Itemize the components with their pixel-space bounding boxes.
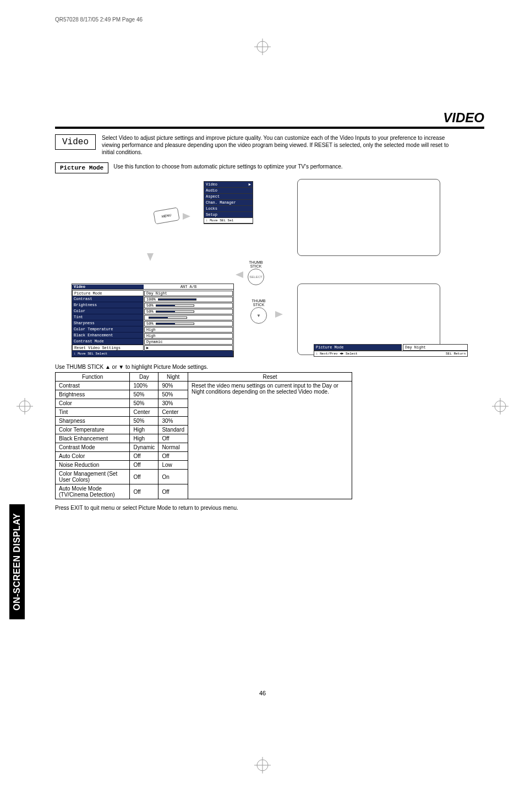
osd-picture-mode-strip: Picture Mode Day Night ↕ Next/Prev ◄► Se…	[314, 344, 468, 357]
table-cell: Low	[158, 461, 188, 470]
video-box-label: Video	[55, 134, 96, 150]
osd-setting-value	[144, 315, 233, 320]
table-cell: Color	[56, 399, 130, 408]
osd-setting-value: 100%	[144, 297, 233, 302]
page-reference: QR57028 8/17/05 2:49 PM Page 46	[55, 17, 143, 23]
thumb-stick-down-icon: THUMB STICK	[250, 299, 267, 324]
osd-setting-label: Contrast Mode	[72, 339, 144, 345]
table-cell: Contrast Mode	[56, 443, 130, 452]
table-cell: Off	[158, 434, 188, 443]
table-cell: 90%	[158, 382, 188, 390]
table-cell: Color Management (Set User Colors)	[56, 470, 130, 484]
crop-mark-right	[492, 398, 508, 415]
table-cell: 50%	[130, 399, 158, 408]
table-cell: Off	[130, 452, 158, 461]
table-cell: Brightness	[56, 390, 130, 399]
table-cell: 50%	[130, 417, 158, 426]
thumb-stick-icon: THUMB STICK SELECT	[248, 260, 264, 285]
page-title-bar: VIDEO	[55, 110, 484, 129]
table-cell: Off	[158, 484, 188, 499]
crop-mark-bottom	[254, 757, 271, 773]
osd-main-item: Setup	[204, 212, 253, 218]
table-row: Contrast100%90%Reset the video menu sett…	[56, 382, 352, 390]
osd-setting-value: Dynamic	[144, 339, 233, 345]
table-cell: Noise Reduction	[56, 461, 130, 470]
table-cell: Off	[130, 470, 158, 484]
osd-setting-label: Picture Mode	[72, 290, 144, 296]
table-cell: Center	[130, 408, 158, 417]
osd-video-settings: Video ANT A/B Picture ModeDay NightContr…	[72, 284, 234, 357]
tv-outline-top	[297, 179, 440, 256]
table-header: Function	[56, 373, 130, 382]
osd-setting-value: 50%	[144, 321, 233, 326]
menu-remote-button-icon: MENU	[153, 207, 179, 224]
table-cell: Auto Movie Mode (TV/Cinema Detection)	[56, 484, 130, 499]
flow-arrow-icon	[275, 311, 283, 318]
osd-setting-value: ▶	[144, 345, 233, 351]
picture-mode-box-label: Picture Mode	[55, 162, 108, 173]
table-header: Reset	[188, 373, 352, 382]
crop-mark-top	[254, 39, 271, 55]
table-cell: Off	[158, 452, 188, 461]
table-cell: Black Enhancement	[56, 434, 130, 443]
flow-arrow-icon	[147, 253, 154, 261]
table-cell: 100%	[130, 382, 158, 390]
table-header: Day	[130, 373, 158, 382]
table-header: Night	[158, 373, 188, 382]
osd-main-item: Locks	[204, 206, 253, 212]
table-cell: Tint	[56, 408, 130, 417]
osd-setting-value: Day Night	[144, 291, 233, 296]
osd-main-menu: Video▶ Audio Aspect Chan. Manager Locks …	[204, 181, 253, 224]
table-cell: Off	[130, 484, 158, 499]
osd-setting-label: Sharpness	[72, 320, 144, 326]
table-cell: On	[158, 470, 188, 484]
osd-setting-label: Contrast	[72, 296, 144, 302]
flow-arrow-icon	[236, 271, 243, 278]
osd-setting-label: Brightness	[72, 302, 144, 308]
osd-setting-value: High	[144, 333, 233, 339]
exit-instruction: Press EXIT to quit menu or select Pictur…	[55, 505, 484, 511]
table-cell: 50%	[130, 390, 158, 399]
table-cell: Standard	[158, 426, 188, 434]
osd-setting-label: Tint	[72, 314, 144, 320]
table-cell: Auto Color	[56, 452, 130, 461]
osd-main-item: Video▶	[204, 182, 253, 188]
crop-mark-left	[17, 398, 33, 415]
highlight-instruction: Use THUMB STICK ▲ or ▼ to highlight Pict…	[55, 364, 484, 370]
table-cell: Color Temperature	[56, 426, 130, 434]
osd-setting-value: High	[144, 327, 233, 333]
page-title: VIDEO	[55, 110, 484, 126]
page-number: 46	[259, 690, 266, 696]
table-cell: 30%	[158, 417, 188, 426]
down-circle-icon	[250, 307, 267, 324]
osd-main-item: Aspect	[204, 194, 253, 200]
osd-setting-value: 50%	[144, 309, 233, 314]
osd-setting-label: Color Temperature	[72, 326, 144, 333]
osd-main-item: Chan. Manager	[204, 200, 253, 206]
select-circle-icon: SELECT	[248, 269, 264, 285]
osd-main-footer: ↕ Move SEL Sel	[204, 218, 253, 224]
table-cell: High	[130, 426, 158, 434]
table-cell: Sharpness	[56, 417, 130, 426]
picture-mode-settings-table: Function Day Night Reset Contrast100%90%…	[55, 372, 352, 499]
diagram-area: MENU Video▶ Audio Aspect Chan. Manager L…	[55, 179, 484, 361]
osd-setting-label: Reset Video Settings	[72, 345, 144, 351]
osd-setting-value: 50%	[144, 303, 233, 308]
table-cell: Contrast	[56, 382, 130, 390]
osd-main-item: Audio	[204, 188, 253, 194]
table-cell: Off	[130, 461, 158, 470]
table-cell: Normal	[158, 443, 188, 452]
flow-arrow-icon	[183, 213, 190, 220]
table-cell: 30%	[158, 399, 188, 408]
table-cell: Center	[158, 408, 188, 417]
sidebar-section-label: ON-SCREEN DISPLAY	[9, 504, 25, 619]
reset-description-cell: Reset the video menu settings on current…	[188, 382, 352, 499]
table-cell: 50%	[158, 390, 188, 399]
table-cell: Dynamic	[130, 443, 158, 452]
picture-mode-description: Use this function to choose from automat…	[113, 164, 342, 170]
video-intro-text: Select Video to adjust picture settings …	[102, 134, 454, 156]
osd-setting-label: Black Enhancement	[72, 333, 144, 339]
table-cell: High	[130, 434, 158, 443]
osd-setting-label: Color	[72, 308, 144, 314]
